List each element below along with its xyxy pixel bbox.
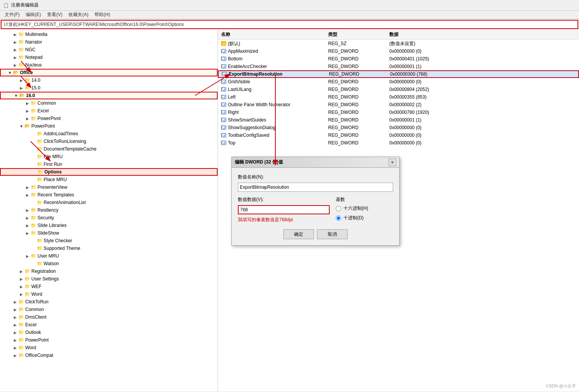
tree-items-container[interactable]: ▶ 📁 Multimedia ▶ 📁 Narrator ▶ 📁 NGC ▶ bbox=[0, 30, 218, 391]
expand-narrator[interactable]: ▶ bbox=[12, 39, 18, 45]
tree-item-resiliency[interactable]: ▶ 📁 Resiliency bbox=[0, 206, 218, 214]
expand-wef[interactable]: ▶ bbox=[18, 283, 24, 290]
edit-dword-dialog[interactable]: 编辑 DWORD (32 位)值 × 数值名称(N): 数值数据(V): 我填写… bbox=[231, 157, 400, 246]
expand-registration[interactable]: ▶ bbox=[18, 268, 24, 274]
tree-item-powerpoint2[interactable]: ▶ 📁 PowerPoint bbox=[0, 336, 218, 344]
expand-notepad[interactable]: ▶ bbox=[12, 54, 18, 60]
right-row-default[interactable]: ab (默认) REG_SZ (数值未设置) bbox=[218, 40, 579, 47]
right-row-appmaximized[interactable]: 📊 AppMaximized REG_DWORD 0x00000000 (0) bbox=[218, 47, 579, 55]
right-row-outlinepane[interactable]: 📊 Outline Pane Width Numerator REG_DWORD… bbox=[218, 101, 579, 109]
tree-item-notepad[interactable]: ▶ 📁 Notepad bbox=[0, 53, 218, 61]
tree-item-word-sub[interactable]: ▶ 📁 Word bbox=[0, 290, 218, 298]
expand-outlook[interactable]: ▶ bbox=[12, 329, 18, 335]
tree-item-filemru[interactable]: 📁 File MRU bbox=[0, 153, 218, 160]
right-row-exportbitmapresolution[interactable]: 📊 ExportBitmapResolution REG_DWORD 0x000… bbox=[218, 70, 579, 78]
tree-item-wef[interactable]: ▶ 📁 WEF bbox=[0, 283, 218, 290]
radio-dec-input[interactable] bbox=[336, 215, 341, 221]
dialog-value-input[interactable] bbox=[238, 205, 330, 214]
dialog-confirm-button[interactable]: 确定 bbox=[283, 229, 314, 239]
tree-item-multimedia[interactable]: ▶ 📁 Multimedia bbox=[0, 31, 218, 38]
tree-item-office[interactable]: ▼ 📂 Office bbox=[0, 69, 218, 76]
tree-item-narrator[interactable]: ▶ 📁 Narrator bbox=[0, 38, 218, 46]
tree-item-security[interactable]: ▶ 📁 Security bbox=[0, 214, 218, 222]
expand-excel[interactable]: ▶ bbox=[24, 108, 31, 114]
menu-help[interactable]: 帮助(H) bbox=[91, 11, 113, 19]
tree-item-watson[interactable]: 📁 Watson bbox=[0, 260, 218, 267]
expand-excel2[interactable]: ▶ bbox=[12, 322, 18, 328]
right-row-right[interactable]: 📊 Right REG_DWORD 0x00000780 (1920) bbox=[218, 109, 579, 116]
expand-word-sub[interactable]: ▶ bbox=[18, 291, 24, 297]
tree-item-16[interactable]: ▼ 📂 16.0 bbox=[0, 92, 218, 99]
tree-item-supportedtheme[interactable]: 📁 Supported Theme bbox=[0, 245, 218, 252]
tree-item-common[interactable]: ▶ 📁 Common bbox=[0, 99, 218, 107]
dialog-radio-hex[interactable]: 十六进制(H) bbox=[336, 205, 393, 212]
expand-clicktorun[interactable]: ▶ bbox=[12, 299, 18, 305]
menu-favorites[interactable]: 收藏夹(A) bbox=[65, 11, 91, 19]
dialog-cancel-button[interactable]: 取消 bbox=[317, 229, 348, 239]
expand-word2[interactable]: ▶ bbox=[12, 345, 18, 351]
expand-powerpoint2[interactable]: ▶ bbox=[12, 337, 18, 343]
tree-item-registration[interactable]: ▶ 📁 Registration bbox=[0, 267, 218, 275]
right-row-enableaccchecker[interactable]: 📊 EnableAccChecker REG_DWORD 0x00000001 … bbox=[218, 63, 579, 70]
dialog-close-button[interactable]: × bbox=[389, 159, 396, 166]
tree-item-nucleus[interactable]: ▶ 📁 Nucleus bbox=[0, 61, 218, 69]
expand-dmsclient[interactable]: ▶ bbox=[12, 314, 18, 320]
expand-multimedia[interactable]: ▶ bbox=[12, 31, 18, 37]
right-row-showsuggestiondialog[interactable]: 📊 ShowSuggestionDialog REG_DWORD 0x00000… bbox=[218, 124, 579, 131]
right-row-top[interactable]: 📊 Top REG_DWORD 0x00000000 (0) bbox=[218, 139, 579, 147]
dialog-radio-dec[interactable]: 十进制(D) bbox=[336, 215, 393, 221]
tree-item-15[interactable]: ▶ 📁 15.0 bbox=[0, 84, 218, 92]
tree-item-ngc[interactable]: ▶ 📁 NGC bbox=[0, 46, 218, 53]
menu-file[interactable]: 文件(F) bbox=[2, 11, 23, 19]
expand-slidelibraries[interactable]: ▶ bbox=[24, 222, 31, 228]
expand-14[interactable]: ▶ bbox=[18, 77, 24, 83]
tree-item-recenttemplates[interactable]: ▶ 📁 Recent Templates bbox=[0, 191, 218, 199]
tree-item-dmsclient[interactable]: ▶ 📁 DmsClient bbox=[0, 313, 218, 321]
tree-item-common2[interactable]: ▶ 📁 Common bbox=[0, 306, 218, 313]
right-row-toolbarconfigsaved[interactable]: 📊 ToolbarConfigSaved REG_DWORD 0x0000000… bbox=[218, 131, 579, 139]
dialog-name-input[interactable] bbox=[238, 183, 393, 192]
tree-item-placemru[interactable]: 📁 Place MRU bbox=[0, 176, 218, 183]
right-row-lastuilang[interactable]: 📊 LastUILang REG_DWORD 0x00000804 (2052) bbox=[218, 86, 579, 93]
tree-item-presenterview[interactable]: ▶ 📁 PresenterView bbox=[0, 183, 218, 191]
expand-resiliency[interactable]: ▶ bbox=[24, 207, 31, 213]
tree-item-slidelibraries[interactable]: ▶ 📁 Slide Libraries bbox=[0, 222, 218, 229]
expand-16[interactable]: ▼ bbox=[13, 92, 19, 99]
tree-item-clicktorunlicensing[interactable]: 📁 ClickToRunLicensing bbox=[0, 138, 218, 145]
tree-item-usermru[interactable]: ▶ 📁 User MRU bbox=[0, 252, 218, 260]
expand-powerpivot[interactable]: ▶ bbox=[24, 115, 31, 121]
expand-usermru[interactable]: ▶ bbox=[24, 253, 31, 259]
radio-hex-input[interactable] bbox=[336, 206, 341, 211]
expand-presenterview[interactable]: ▶ bbox=[24, 184, 31, 190]
expand-common[interactable]: ▶ bbox=[24, 100, 31, 106]
expand-common2[interactable]: ▶ bbox=[12, 306, 18, 313]
tree-item-excel[interactable]: ▶ 📁 Excel bbox=[0, 107, 218, 115]
tree-item-officecompat[interactable]: ▶ 📁 OfficeCompat bbox=[0, 352, 218, 359]
tree-item-documenttemplatecache[interactable]: 📁 DocumentTemplateCache bbox=[0, 145, 218, 153]
tree-item-powerpivot[interactable]: ▶ 📁 PowerPivot bbox=[0, 115, 218, 122]
expand-usersettings[interactable]: ▶ bbox=[18, 276, 24, 282]
tree-item-outlook[interactable]: ▶ 📁 Outlook bbox=[0, 329, 218, 336]
tree-item-usersettings[interactable]: ▶ 📁 User Settings bbox=[0, 275, 218, 283]
tree-item-clicktorun[interactable]: ▶ 📁 ClickToRun bbox=[0, 298, 218, 306]
right-row-bottom[interactable]: 📊 Bottom REG_DWORD 0x00000401 (1025) bbox=[218, 55, 579, 63]
tree-item-slideshow[interactable]: ▶ 📁 SlideShow bbox=[0, 229, 218, 237]
right-row-showsmartguides[interactable]: 📊 ShowSmartGuides REG_DWORD 0x00000001 (… bbox=[218, 116, 579, 124]
expand-security[interactable]: ▶ bbox=[24, 215, 31, 221]
right-row-gridvisible[interactable]: 📊 GridVisible REG_DWORD 0x00000000 (0) bbox=[218, 78, 579, 86]
menu-view[interactable]: 查看(V) bbox=[44, 11, 65, 19]
right-row-left[interactable]: 📊 Left REG_DWORD 0x00000355 (853) bbox=[218, 93, 579, 101]
expand-nucleus[interactable]: ▶ bbox=[12, 62, 18, 68]
tree-item-powerpoint[interactable]: ▼ 📂 PowerPoint bbox=[0, 122, 218, 130]
tree-item-recentanimationlist[interactable]: 📁 RecentAnimationList bbox=[0, 199, 218, 206]
expand-slideshow[interactable]: ▶ bbox=[24, 230, 31, 236]
tree-item-stylechecker[interactable]: 📁 Style Checker bbox=[0, 237, 218, 245]
tree-item-options[interactable]: 📁 Options bbox=[0, 168, 218, 176]
expand-officecompat[interactable]: ▶ bbox=[12, 352, 18, 358]
menu-edit[interactable]: 编辑(E) bbox=[23, 11, 44, 19]
tree-item-firstrun[interactable]: 📁 First Run bbox=[0, 160, 218, 168]
tree-item-addinloadtimes[interactable]: 📁 AddInLoadTimes bbox=[0, 130, 218, 138]
tree-item-excel2[interactable]: ▶ 📁 Excel bbox=[0, 321, 218, 329]
tree-item-14[interactable]: ▶ 📁 14.0 bbox=[0, 76, 218, 84]
expand-powerpoint[interactable]: ▼ bbox=[18, 123, 24, 129]
